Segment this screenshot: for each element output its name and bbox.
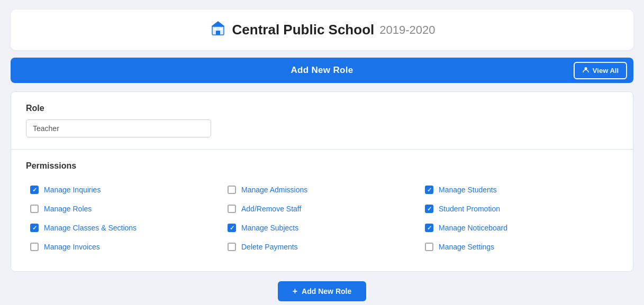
plus-icon: + [293,286,297,296]
permissions-section: Permissions Manage Inquiries Manage Role… [11,150,633,271]
label-manage-subjects: Manage Subjects [241,224,298,232]
permission-delete-payments: Delete Payments [223,237,421,256]
permissions-grid: Manage Inquiries Manage Roles Manage Cla… [26,180,618,256]
label-manage-admissions: Manage Admissions [241,186,307,194]
permission-manage-invoices: Manage Invoices [26,237,223,256]
form-card: Role Permissions Manage Inquiries Manage… [11,91,633,272]
checkbox-manage-inquiries[interactable] [30,186,39,194]
label-manage-noticeboard: Manage Noticeboard [439,224,507,232]
school-icon [209,19,227,41]
checkbox-manage-subjects[interactable] [228,224,236,232]
label-manage-roles: Manage Roles [44,205,92,213]
svg-rect-4 [214,28,216,30]
school-name: Central Public School [232,22,375,38]
svg-marker-2 [211,21,225,26]
page-wrapper: Central Public School 2019-2020 Add New … [0,0,644,305]
label-manage-classes-sections: Manage Classes & Sections [44,224,137,232]
checkbox-delete-payments[interactable] [228,243,236,251]
svg-rect-5 [220,28,222,30]
checkbox-add-remove-staff[interactable] [228,205,236,213]
add-role-label: Add New Role [302,287,351,295]
view-all-button[interactable]: View All [574,62,627,79]
label-student-promotion: Student Promotion [439,205,500,213]
school-year: 2019-2020 [379,23,435,37]
permission-manage-students: Manage Students [421,180,618,199]
role-section: Role [11,92,633,150]
permission-manage-settings: Manage Settings [421,237,618,256]
label-manage-invoices: Manage Invoices [44,243,100,251]
permission-student-promotion: Student Promotion [421,199,618,218]
permission-manage-subjects: Manage Subjects [223,218,421,237]
label-add-remove-staff: Add/Remove Staff [241,205,301,213]
view-all-label: View All [593,67,619,75]
label-delete-payments: Delete Payments [241,243,298,251]
label-manage-settings: Manage Settings [439,243,494,251]
permission-manage-inquiries: Manage Inquiries [26,180,223,199]
add-new-role-button[interactable]: + Add New Role [278,281,366,301]
permission-manage-noticeboard: Manage Noticeboard [421,218,618,237]
label-manage-inquiries: Manage Inquiries [44,186,101,194]
permissions-column-1: Manage Inquiries Manage Roles Manage Cla… [26,180,223,256]
permissions-column-2: Manage Admissions Add/Remove Staff Manag… [223,180,421,256]
role-label: Role [26,104,618,113]
top-bar: Add New Role View All [11,58,633,83]
role-input[interactable] [26,119,211,137]
school-header: Central Public School 2019-2020 [11,10,633,50]
checkbox-manage-invoices[interactable] [30,243,39,251]
permission-add-remove-staff: Add/Remove Staff [223,199,421,218]
permission-manage-admissions: Manage Admissions [223,180,421,199]
checkbox-student-promotion[interactable] [425,205,433,213]
checkbox-manage-noticeboard[interactable] [425,224,433,232]
svg-rect-3 [216,31,220,35]
checkbox-manage-students[interactable] [425,186,433,194]
label-manage-students: Manage Students [439,186,497,194]
checkbox-manage-roles[interactable] [30,205,39,213]
checkbox-manage-settings[interactable] [425,243,433,251]
permission-manage-classes-sections: Manage Classes & Sections [26,218,223,237]
checkbox-manage-classes-sections[interactable] [30,224,39,232]
permission-manage-roles: Manage Roles [26,199,223,218]
checkbox-manage-admissions[interactable] [228,186,236,194]
footer-actions: + Add New Role [11,272,633,305]
user-icon [582,66,589,75]
school-title-container: Central Public School 2019-2020 [209,19,436,41]
permissions-column-3: Manage Students Student Promotion Manage… [421,180,618,256]
permissions-title: Permissions [26,161,618,171]
top-bar-title: Add New Role [291,65,353,76]
